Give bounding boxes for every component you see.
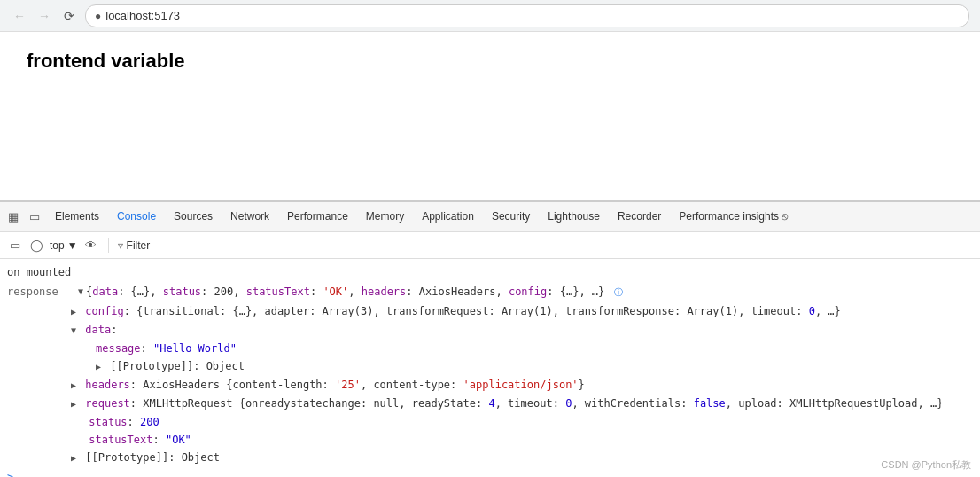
response-expand-icon[interactable]: ▼ bbox=[78, 284, 83, 300]
refresh-button[interactable]: ⟳ bbox=[60, 7, 78, 25]
context-label: top bbox=[50, 239, 65, 252]
watermark: CSDN @Python私教 bbox=[881, 458, 971, 472]
address-bar[interactable]: ● localhost:5173 bbox=[85, 4, 969, 27]
eye-icon[interactable]: 👁 bbox=[83, 238, 99, 254]
url-text: localhost:5173 bbox=[105, 9, 180, 22]
tab-performance[interactable]: Performance bbox=[278, 202, 357, 232]
filter-icon: ▿ bbox=[118, 239, 123, 252]
filter-area: ▿ Filter bbox=[118, 239, 151, 252]
data-expand-icon[interactable]: ▼ bbox=[71, 325, 76, 335]
headers-expand-icon[interactable]: ▶ bbox=[71, 380, 76, 390]
device-icon[interactable]: ▭ bbox=[27, 209, 43, 225]
console-prompt[interactable]: > bbox=[0, 467, 980, 477]
lock-icon: ● bbox=[95, 10, 101, 22]
console-output: on mounted response ▼ {data: {…}, status… bbox=[0, 259, 980, 477]
tab-network[interactable]: Network bbox=[222, 202, 278, 232]
response-label: response bbox=[7, 284, 78, 300]
page-content: frontend variable bbox=[0, 32, 980, 200]
on-mounted-text: on mounted bbox=[7, 266, 71, 278]
console-line-headers: ▶ headers: AxiosHeaders {content-length:… bbox=[0, 376, 980, 395]
tab-memory[interactable]: Memory bbox=[357, 202, 413, 232]
page-title: frontend variable bbox=[27, 50, 953, 73]
devtools-tab-bar: ▦ ▭ Elements Console Sources Network Per… bbox=[0, 202, 980, 232]
console-line-on-mounted: on mounted bbox=[0, 262, 980, 282]
console-line-message: message: "Hello World" bbox=[0, 340, 980, 357]
console-line-response: response ▼ {data: {…}, status: 200, stat… bbox=[0, 282, 980, 302]
tab-sources[interactable]: Sources bbox=[165, 202, 222, 232]
clear-icon[interactable]: ◯ bbox=[28, 238, 44, 254]
back-button[interactable]: ← bbox=[11, 7, 28, 25]
tab-lighthouse[interactable]: Lighthouse bbox=[539, 202, 609, 232]
toolbar-divider bbox=[108, 238, 109, 253]
console-line-request: ▶ request: XMLHttpRequest {onreadystatec… bbox=[0, 395, 980, 413]
prompt-icon: > bbox=[7, 471, 13, 477]
inspect-icon[interactable]: ▦ bbox=[5, 209, 21, 225]
devtools-icon-group: ▦ ▭ bbox=[5, 209, 43, 225]
console-line-config: ▶ config: {transitional: {…}, adapter: A… bbox=[0, 302, 980, 321]
tab-application[interactable]: Application bbox=[413, 202, 483, 232]
proto-data-expand[interactable]: ▶ bbox=[96, 362, 101, 371]
console-line-proto-data: ▶ [[Prototype]]: Object bbox=[0, 357, 980, 376]
filter-label[interactable]: Filter bbox=[127, 239, 151, 252]
proto-top-expand[interactable]: ▶ bbox=[71, 453, 76, 463]
browser-bar: ← → ⟳ ● localhost:5173 bbox=[0, 0, 980, 32]
context-selector[interactable]: top ▼ bbox=[50, 239, 78, 252]
tab-recorder[interactable]: Recorder bbox=[609, 202, 670, 232]
devtools-toolbar: ▭ ◯ top ▼ 👁 ▿ Filter bbox=[0, 232, 980, 259]
tab-security[interactable]: Security bbox=[483, 202, 539, 232]
console-line-proto-top: ▶ [[Prototype]]: Object bbox=[0, 449, 980, 467]
context-dropdown-icon: ▼ bbox=[67, 239, 78, 252]
request-expand-icon[interactable]: ▶ bbox=[71, 399, 76, 409]
tab-elements[interactable]: Elements bbox=[46, 202, 108, 232]
console-line-data-key: ▼ data: bbox=[0, 321, 980, 340]
forward-button[interactable]: → bbox=[35, 7, 53, 25]
response-summary: {data: {…}, status: 200, statusText: 'OK… bbox=[86, 284, 623, 301]
tab-console[interactable]: Console bbox=[108, 202, 165, 232]
console-line-statustext: statusText: "OK" bbox=[0, 431, 980, 449]
tab-performance-insights[interactable]: Performance insights ⎋ bbox=[670, 202, 797, 232]
sidebar-toggle-icon[interactable]: ▭ bbox=[7, 238, 23, 254]
devtools-panel: ▦ ▭ Elements Console Sources Network Per… bbox=[0, 200, 980, 477]
info-icon: ⓘ bbox=[614, 287, 623, 297]
config-expand-icon[interactable]: ▶ bbox=[71, 307, 76, 317]
console-line-status: status: 200 bbox=[0, 413, 980, 431]
